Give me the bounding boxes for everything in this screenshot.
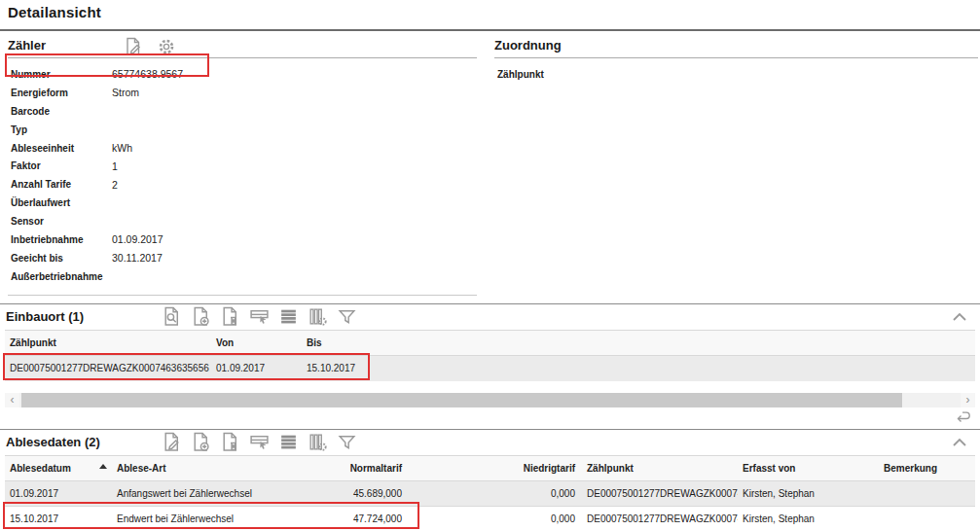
ablesedaten-row[interactable]: 01.09.2017 Anfangswert bei Zählerwechsel…	[5, 481, 975, 507]
field-label: Anzahl Tarife	[8, 179, 112, 190]
field-value: 30.11.2017	[112, 252, 163, 264]
column-header-erfasst-von[interactable]: Erfasst von	[738, 456, 879, 481]
field-value: 1	[112, 160, 118, 172]
add-icon[interactable]	[191, 306, 211, 327]
filter-icon[interactable]	[337, 432, 357, 452]
column-settings-icon[interactable]	[308, 432, 328, 452]
field-label: Zählpunkt	[494, 69, 599, 80]
einbauort-header-row: Zählpunkt Von Bis	[5, 331, 975, 356]
collapse-icon[interactable]	[951, 309, 968, 325]
ablesedaten-toolbar	[162, 432, 357, 452]
cell-bemerkung	[879, 481, 975, 507]
cell-ablese-art: Anfangswert bei Zählerwechsel	[112, 481, 297, 507]
field-ausserbetriebnahme: Außerbetriebnahme	[8, 267, 477, 286]
field-label: Außerbetriebnahme	[8, 271, 112, 282]
einbauort-table: Zählpunkt Von Bis DE00075001277DREWAGZK0…	[5, 330, 975, 381]
field-ueberlaufwert: Überlaufwert	[8, 194, 477, 212]
rows-icon[interactable]	[278, 306, 299, 327]
einbauort-title: Einbauort (1)	[6, 309, 84, 324]
field-nummer: Nummer 65774638.9567	[8, 65, 477, 84]
field-faktor: Faktor 1	[8, 157, 477, 175]
scrollbar-thumb[interactable]	[21, 393, 902, 407]
return-row	[0, 407, 980, 425]
ablesedaten-table: Ablesedatum Ablese-Art Normaltarif Niedr…	[5, 455, 975, 531]
field-inbetriebnahme: Inbetriebnahme 01.09.2017	[8, 230, 477, 249]
field-anzahl-tarife: Anzahl Tarife 2	[8, 175, 477, 194]
title-divider	[0, 29, 980, 31]
field-label: Überlaufwert	[8, 197, 112, 208]
delete-icon[interactable]	[220, 432, 240, 452]
zaehler-toolbar	[123, 36, 176, 56]
column-header-bemerkung[interactable]: Bemerkung	[879, 456, 975, 481]
column-header-niedrigtarif[interactable]: Niedrigtarif	[409, 456, 582, 481]
filter-icon[interactable]	[337, 306, 357, 327]
field-typ: Typ	[8, 121, 477, 139]
field-value: 01.09.2017	[112, 233, 163, 245]
cell-zaehlpunkt: DE00075001277DREWAGZK0007463635656	[582, 507, 738, 531]
zuordnung-title: Zuordnung	[494, 38, 562, 53]
zaehler-fields: Nummer 65774638.9567 Energieform Strom B…	[8, 58, 477, 318]
column-header-normaltarif[interactable]: Normaltarif	[297, 456, 409, 481]
field-label: Geeicht bis	[8, 253, 112, 264]
horizontal-scrollbar[interactable]: ‹ ›	[5, 393, 975, 407]
field-barcode: Barcode	[8, 102, 477, 121]
field-sensor: Sensor	[8, 212, 477, 230]
field-geeicht-bis: Geeicht bis 30.11.2017	[8, 249, 477, 267]
cell-ablesedatum: 15.10.2017	[5, 507, 112, 531]
field-label: Sensor	[8, 216, 112, 227]
field-label: Faktor	[8, 160, 112, 171]
field-value: Strom	[112, 87, 139, 98]
zuordnung-fields: Zählpunkt	[494, 58, 978, 84]
sort-ascending-icon	[99, 464, 107, 469]
column-header-bis[interactable]: Bis	[302, 331, 375, 356]
field-value: kWh	[112, 142, 132, 154]
settings-icon[interactable]	[156, 36, 176, 56]
collapse-icon[interactable]	[951, 435, 968, 450]
description-divider	[8, 295, 477, 296]
einbauort-row[interactable]: DE00075001277DREWAGZK0007463635656 01.09…	[5, 356, 975, 381]
column-settings-icon[interactable]	[308, 306, 328, 327]
column-header-von[interactable]: Von	[211, 331, 302, 356]
zuordnung-header: Zuordnung	[494, 36, 978, 58]
column-header-zaehlpunkt[interactable]: Zählpunkt	[5, 331, 211, 356]
column-header-zaehlpunkt[interactable]: Zählpunkt	[582, 456, 738, 481]
field-ableseeinheit: Ableseeinheit kWh	[8, 139, 477, 158]
column-header-ablesedatum[interactable]: Ablesedatum	[5, 456, 112, 481]
ablesedaten-header: Ablesedaten (2)	[0, 430, 980, 455]
field-value: 65774638.9567	[112, 68, 183, 80]
zaehler-title: Zähler	[8, 38, 46, 53]
cell-niedrigtarif: 0,000	[409, 507, 582, 531]
cell-filler	[375, 356, 975, 381]
edit-icon[interactable]	[162, 432, 182, 452]
scrollbar-track[interactable]	[19, 393, 961, 407]
field-label: Barcode	[8, 106, 112, 117]
edit-icon[interactable]	[123, 36, 143, 56]
scroll-right-icon[interactable]: ›	[961, 393, 975, 407]
cell-normaltarif: 45.689,000	[297, 481, 409, 507]
field-label: Ableseeinheit	[8, 143, 112, 154]
column-header-ablese-art[interactable]: Ablese-Art	[112, 456, 297, 481]
select-row-icon[interactable]	[249, 306, 270, 327]
cell-von: 01.09.2017	[211, 356, 302, 381]
add-icon[interactable]	[191, 432, 211, 452]
einbauort-header: Einbauort (1)	[0, 304, 980, 330]
cell-zaehlpunkt: DE00075001277DREWAGZK0007463635656	[582, 481, 738, 507]
column-header-label: Ablesedatum	[10, 463, 71, 474]
select-row-icon[interactable]	[249, 432, 270, 452]
zaehler-header: Zähler	[8, 36, 477, 58]
scroll-left-icon[interactable]: ‹	[5, 393, 19, 407]
ablesedaten-section: Ablesedaten (2)	[0, 429, 980, 531]
cell-erfasst-von: Kirsten, Stephan	[738, 507, 879, 531]
cell-bemerkung	[879, 507, 975, 531]
zuordnung-panel: Zuordnung Zählpunkt	[494, 36, 978, 84]
page-title: Detailansicht	[8, 4, 101, 20]
field-label: Typ	[8, 124, 112, 135]
cell-zaehlpunkt: DE00075001277DREWAGZK0007463635656	[5, 356, 211, 381]
rows-icon[interactable]	[278, 432, 299, 452]
return-icon[interactable]	[953, 408, 973, 429]
view-icon[interactable]	[162, 306, 182, 327]
delete-icon[interactable]	[220, 306, 240, 327]
ablesedaten-header-row: Ablesedatum Ablese-Art Normaltarif Niedr…	[5, 456, 975, 481]
ablesedaten-row[interactable]: 15.10.2017 Endwert bei Zählerwechsel 47.…	[5, 507, 975, 531]
cell-niedrigtarif: 0,000	[409, 481, 582, 507]
